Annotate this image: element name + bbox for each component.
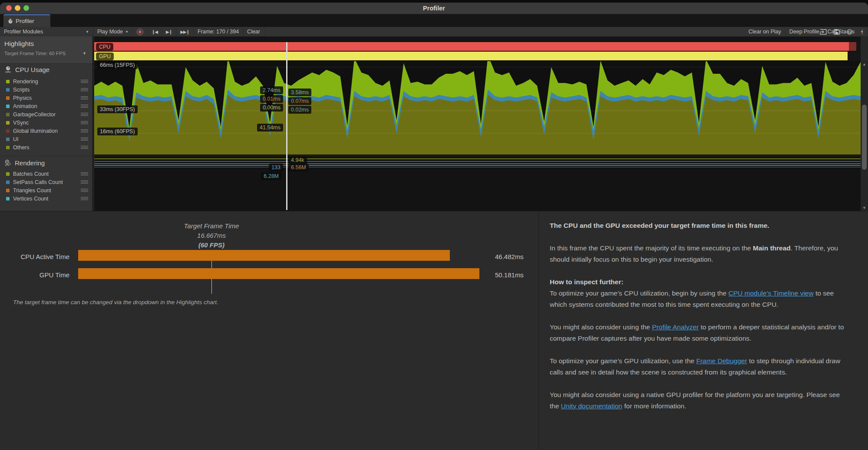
profiler-modules-dropdown[interactable]: Profiler Modules ▼ <box>0 27 93 36</box>
advice-text: for more information. <box>622 402 686 410</box>
gpu-time-value: 50.181ms <box>495 271 534 279</box>
batches-count-value: 4.94k <box>288 156 307 164</box>
drag-handle-icon[interactable] <box>81 189 88 192</box>
save-profile-icon[interactable] <box>834 29 840 35</box>
advice-link[interactable]: Unity documentation <box>561 402 622 410</box>
legend-cpu-garbagecollector[interactable]: GarbageCollector <box>0 110 93 118</box>
drag-handle-icon[interactable] <box>81 105 88 108</box>
drag-handle-icon[interactable] <box>81 181 88 184</box>
drag-handle-icon[interactable] <box>81 88 88 91</box>
legend-cpu-ui[interactable]: UI <box>0 135 93 143</box>
clear-label: Clear <box>247 29 260 35</box>
current-frame-button[interactable]: ▶▶❙ <box>176 27 194 36</box>
legend-color-swatch <box>6 172 10 176</box>
setpass-count-value: 133 <box>269 164 283 171</box>
module-separator <box>0 156 92 156</box>
clear-button[interactable]: Clear <box>243 27 264 36</box>
rendering-title: Rendering <box>15 159 45 167</box>
advice-link[interactable]: Profile Analyzer <box>652 323 699 331</box>
legend-label: SetPass Calls Count <box>13 179 63 185</box>
legend-color-swatch <box>6 197 10 200</box>
drag-handle-icon[interactable] <box>81 197 88 200</box>
legend-cpu-others[interactable]: Others <box>0 143 93 151</box>
legend-render-setpass-calls-count[interactable]: SetPass Calls Count <box>0 178 93 186</box>
drag-handle-icon[interactable] <box>81 129 88 132</box>
clear-on-play-toggle[interactable]: Clear on Play <box>745 27 785 36</box>
highlights-module[interactable]: Highlights Target Frame Time: 60 FPS ▼ <box>0 36 92 64</box>
legend-render-vertices-count[interactable]: Vertices Count <box>0 194 93 203</box>
chart-area[interactable]: CPU GPU 66ms (15FPS) 33ms (30FPS) 16ms (… <box>94 36 861 211</box>
playhead-line[interactable] <box>286 42 287 210</box>
advice-paragraph: In this frame the CPU spent the majority… <box>550 243 849 265</box>
selected-value-physics-right: 0.07ms <box>288 97 311 105</box>
deep-profile-label: Deep Profile <box>789 29 819 35</box>
legend-cpu-global-illumination[interactable]: Global Illumination <box>0 127 93 135</box>
advice-text: To optimize your game’s CPU utilization,… <box>550 289 729 297</box>
drag-handle-icon[interactable] <box>81 96 88 99</box>
cpu-usage-module-header[interactable]: CPU CPU Usage <box>4 66 50 73</box>
target-frame-time-ms: 16.667ms <box>125 232 298 239</box>
record-button[interactable] <box>133 27 148 36</box>
legend-cpu-vsync[interactable]: VSync <box>0 118 93 127</box>
frame-counter-label: Frame: 170 / 394 <box>198 29 239 35</box>
advice-link[interactable]: Frame Debugger <box>696 357 747 365</box>
drag-handle-icon[interactable] <box>81 80 88 83</box>
legend-label: Physics <box>13 95 32 101</box>
gpu-highlight-track[interactable]: GPU <box>94 52 861 60</box>
details-panel: Target Frame Time 16.667ms (60 FPS) CPU … <box>0 211 868 450</box>
legend-cpu-physics[interactable]: Physics <box>0 94 93 102</box>
profiler-gauge-icon <box>8 19 13 24</box>
scrollbar-thumb[interactable] <box>862 105 867 170</box>
advice-panel: The CPU and the GPU exceeded your target… <box>550 220 849 423</box>
play-mode-dropdown[interactable]: Play Mode ▼ <box>93 27 133 36</box>
frame-time-summary: Target Frame Time 16.667ms (60 FPS) CPU … <box>0 211 538 450</box>
drag-handle-icon[interactable] <box>81 121 88 124</box>
help-icon[interactable]: ? <box>847 29 852 35</box>
advice-link[interactable]: CPU module’s Timeline view <box>729 289 814 297</box>
legend-cpu-animation[interactable]: Animation <box>0 102 93 110</box>
legend-color-swatch <box>6 113 10 116</box>
prev-frame-button[interactable]: ❙◀ <box>148 27 162 36</box>
legend-color-swatch <box>6 138 10 141</box>
legend-cpu-rendering[interactable]: Rendering <box>0 77 93 85</box>
cpu-active-time-value: 46.482ms <box>495 253 534 260</box>
legend-render-triangles-count[interactable]: Triangles Count <box>0 186 93 194</box>
drag-handle-icon[interactable] <box>81 172 88 175</box>
toolbar: Profiler Modules ▼ Play Mode ▼ ❙◀ ▶❙ ▶▶❙… <box>0 27 868 37</box>
chevron-down-icon[interactable]: ▼ <box>83 51 86 56</box>
cpu-active-time-label: CPU Active Time <box>13 253 69 260</box>
legend-label: Batches Count <box>13 171 49 177</box>
target-frame-time-fps: (60 FPS) <box>125 241 298 249</box>
legend-label: Vertices Count <box>13 196 48 202</box>
chart-scrollbar[interactable]: ▲ ▼ <box>861 61 868 211</box>
drag-handle-icon[interactable] <box>81 146 88 149</box>
advice-paragraph: You might also consider using a native G… <box>550 389 849 412</box>
drag-handle-icon[interactable] <box>81 113 88 116</box>
tab-bar: Profiler <box>0 14 868 27</box>
legend-color-swatch <box>6 181 10 184</box>
legend-color-swatch <box>6 96 10 100</box>
legend-color-swatch <box>6 146 10 149</box>
rendering-module-header[interactable]: Rendering <box>4 159 45 167</box>
scroll-down-icon[interactable]: ▼ <box>861 205 868 211</box>
cpu-usage-icon: CPU <box>4 66 12 73</box>
legend-label: Triangles Count <box>13 187 51 194</box>
scroll-up-icon[interactable]: ▲ <box>861 61 868 67</box>
cpu-highlight-track[interactable]: CPU <box>94 42 861 51</box>
cpu-usage-chart[interactable]: 66ms (15FPS) 33ms (30FPS) 16ms (60FPS) <box>94 61 861 154</box>
legend-render-batches-count[interactable]: Batches Count <box>0 170 93 178</box>
legend-color-swatch <box>6 129 10 133</box>
deep-profile-toggle[interactable]: Deep Profile <box>785 27 824 36</box>
load-profile-icon[interactable] <box>820 29 827 35</box>
tab-profiler[interactable]: Profiler <box>3 14 50 27</box>
kebab-menu-icon[interactable]: ⋮ <box>859 28 865 35</box>
legend-cpu-scripts[interactable]: Scripts <box>0 85 93 94</box>
advice-paragraph: To optimize your game’s GPU utilization,… <box>550 355 849 378</box>
drag-handle-icon[interactable] <box>81 138 88 141</box>
gpu-badge: GPU <box>96 53 114 60</box>
target-frame-time-dropdown[interactable]: Target Frame Time: 60 FPS <box>4 51 66 56</box>
rendering-chart[interactable] <box>94 155 861 211</box>
next-frame-button[interactable]: ▶❙ <box>162 27 176 36</box>
chevron-down-icon: ▼ <box>86 30 89 34</box>
gpu-highlight-bar <box>94 52 848 60</box>
